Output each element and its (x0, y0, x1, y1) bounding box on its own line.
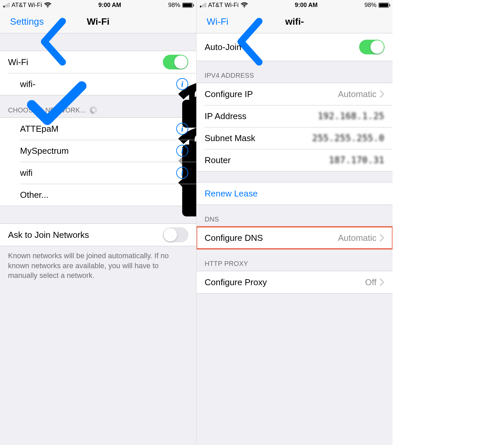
other-network-row[interactable]: Other... (0, 184, 196, 206)
spinner-icon (89, 106, 97, 114)
configure-ip-value: Automatic (338, 89, 376, 99)
router-row: Router 187.170.31 (197, 149, 393, 171)
back-button[interactable]: Wi-Fi (200, 16, 228, 27)
info-icon[interactable]: i (176, 78, 188, 90)
ip-address-row: IP Address 192.168.1.25 (197, 105, 393, 127)
battery-icon (379, 3, 389, 8)
carrier-label: AT&T Wi-Fi (12, 2, 42, 9)
wifi-toggle-label: Wi-Fi (8, 57, 163, 67)
status-bar: AT&T Wi-Fi 9:00 AM 98% (0, 0, 196, 10)
configure-ip-label: Configure IP (205, 89, 338, 99)
info-icon[interactable]: i (176, 167, 188, 179)
cell-signal-icon (200, 3, 206, 7)
network-row[interactable]: MySpectrum i (0, 140, 196, 162)
configure-proxy-label: Configure Proxy (205, 277, 365, 288)
lock-icon (150, 125, 156, 132)
auto-join-label: Auto-Join (205, 42, 359, 52)
other-label: Other... (20, 190, 188, 200)
configure-proxy-row[interactable]: Configure Proxy Off (197, 271, 393, 293)
network-row[interactable]: ATTEpaM i (0, 118, 196, 140)
status-bar: AT&T Wi-Fi 9:00 AM 98% (197, 0, 393, 10)
network-name: ATTEpaM (20, 124, 150, 134)
renew-lease-label: Renew Lease (205, 188, 385, 199)
ask-to-join-toggle[interactable] (163, 228, 188, 242)
wifi-toggle[interactable] (163, 55, 188, 69)
configure-dns-label: Configure DNS (205, 233, 338, 243)
http-proxy-header: HTTP PROXY (197, 249, 393, 271)
back-label: Settings (10, 16, 44, 27)
configure-dns-value: Automatic (338, 233, 376, 243)
wifi-status-icon (44, 2, 51, 8)
wifi-strength-icon (162, 147, 171, 154)
ask-to-join-label: Ask to Join Networks (8, 230, 163, 240)
battery-percent: 98% (168, 2, 180, 9)
wifi-toggle-row[interactable]: Wi-Fi (0, 51, 196, 73)
ip-address-value: 192.168.1.25 (318, 111, 385, 121)
wifi-status-icon (241, 2, 248, 8)
carrier-label: AT&T Wi-Fi (208, 2, 239, 9)
configure-dns-row[interactable]: Configure DNS Automatic (197, 227, 393, 249)
chevron-left-icon (200, 17, 206, 27)
battery-icon (182, 3, 193, 8)
nav-bar: Settings Wi-Fi (0, 10, 196, 33)
status-time: 9:00 AM (98, 2, 121, 9)
connected-network-row[interactable]: wifi- i (0, 73, 196, 95)
subnet-mask-row: Subnet Mask 255.255.255.0 (197, 127, 393, 149)
chevron-right-icon (380, 234, 385, 242)
subnet-mask-label: Subnet Mask (205, 133, 312, 143)
ask-to-join-footer: Known networks will be joined automatica… (0, 246, 196, 289)
lock-icon (150, 169, 156, 176)
network-name: wifi (20, 168, 150, 178)
lock-icon (150, 147, 156, 154)
configure-ip-row[interactable]: Configure IP Automatic (197, 83, 393, 105)
wifi-strength-icon (162, 169, 171, 176)
auto-join-toggle[interactable] (359, 40, 385, 54)
renew-lease-row[interactable]: Renew Lease (197, 182, 393, 204)
ip-address-label: IP Address (205, 111, 318, 121)
back-button[interactable]: Settings (3, 16, 44, 27)
status-time: 9:00 AM (295, 2, 317, 9)
subnet-mask-value: 255.255.255.0 (312, 133, 385, 143)
chevron-right-icon (380, 279, 385, 286)
chevron-left-icon (3, 17, 9, 27)
ask-to-join-row[interactable]: Ask to Join Networks (0, 224, 196, 246)
network-row[interactable]: wifi i (0, 162, 196, 184)
nav-bar: Wi-Fi wifi- (197, 10, 393, 33)
battery-percent: 98% (364, 2, 376, 9)
router-value: 187.170.31 (329, 155, 385, 165)
chevron-right-icon (380, 90, 385, 98)
back-label: Wi-Fi (207, 16, 228, 27)
dns-header: DNS (197, 205, 393, 227)
wifi-detail-screen: AT&T Wi-Fi 9:00 AM 98% Wi-Fi wifi- Auto-… (196, 0, 393, 445)
wifi-strength-icon (162, 81, 171, 87)
network-name: MySpectrum (20, 146, 150, 156)
checkmark-icon (7, 80, 15, 88)
wifi-list-screen: AT&T Wi-Fi 9:00 AM 98% Settings Wi-Fi Wi… (0, 0, 196, 445)
configure-proxy-value: Off (365, 277, 376, 288)
cell-signal-icon (3, 3, 10, 7)
lock-icon (150, 80, 156, 88)
router-label: Router (205, 155, 329, 165)
auto-join-row[interactable]: Auto-Join (197, 33, 393, 61)
info-icon[interactable]: i (176, 123, 188, 135)
wifi-strength-icon (162, 125, 171, 132)
